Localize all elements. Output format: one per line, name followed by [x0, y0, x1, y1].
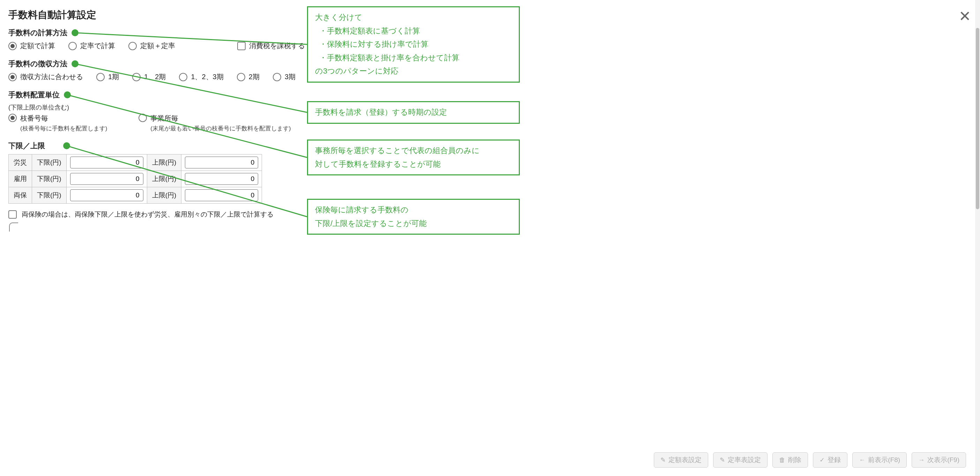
row-name: 両保 — [9, 187, 32, 204]
radio-icon — [132, 73, 141, 81]
radio-fixed-rate[interactable]: 定率で計算 — [68, 41, 115, 51]
button-label: 削除 — [788, 455, 801, 465]
button-label: 登録 — [827, 455, 841, 465]
both-split-label: 両保険の場合は、両保険下限／上限を使わず労災、雇用別々の下限／上限で計算する — [22, 210, 274, 219]
checkbox-both-split[interactable] — [8, 210, 17, 219]
radio-icon — [8, 114, 17, 122]
next-button[interactable]: → 次表示(F9) — [912, 452, 966, 468]
annotation-dot-icon — [64, 91, 71, 98]
scrollbar-track[interactable] — [975, 0, 980, 476]
annotation-callout-collect-method: 手数料を請求（登録）する時期の設定 — [307, 101, 520, 124]
trash-icon: 🗑 — [779, 457, 785, 463]
prev-button[interactable]: ← 前表示(F8) — [852, 452, 907, 468]
edit-icon: ✎ — [660, 457, 666, 463]
radio-term-12[interactable]: 1、2期 — [132, 72, 166, 82]
low-input-ryouho[interactable] — [70, 189, 143, 201]
radio-label: 3期 — [285, 72, 296, 82]
table-row: 両保 下限(円) 上限(円) — [9, 187, 262, 204]
radio-fixed-amount[interactable]: 定額で計算 — [8, 41, 55, 51]
radio-per-branch[interactable]: 枝番号毎 (枝番号毎に手数料を配置します) — [8, 114, 107, 133]
radio-label: 1、2、3期 — [191, 72, 223, 82]
table-row: 雇用 下限(円) 上限(円) — [9, 171, 262, 187]
button-label: 次表示(F9) — [928, 455, 959, 465]
radio-label: 定額で計算 — [20, 41, 55, 51]
radio-help: (枝番号毎に手数料を配置します) — [20, 124, 107, 133]
radio-icon — [273, 73, 281, 81]
arrow-left-icon: ← — [859, 457, 865, 463]
close-icon[interactable]: ✕ — [959, 9, 971, 24]
checkbox-label: 消費税を課税する — [249, 41, 305, 51]
bracket-stub-icon — [9, 222, 18, 232]
radio-label: 1期 — [108, 72, 119, 82]
placement-unit-title: 手数料配置単位 — [8, 90, 60, 100]
annotation-dot-icon — [72, 60, 78, 67]
checkbox-icon — [237, 42, 246, 50]
check-icon: ✓ — [819, 457, 825, 463]
radio-icon — [128, 42, 137, 50]
annotation-callout-calc-method: 大きく分けて ・手数料定額表に基づく計算 ・保険料に対する掛け率で計算 ・手数料… — [307, 6, 520, 83]
checkbox-tax[interactable]: 消費税を課税する — [237, 41, 305, 51]
high-input-rousai[interactable] — [185, 157, 258, 168]
annotation-callout-limits: 保険毎に請求する手数料の 下限/上限を設定することが可能 — [307, 199, 520, 235]
footer-buttons: ✎ 定額表設定 ✎ 定率表設定 🗑 削除 ✓ 登録 ← 前表示(F8) → 次表… — [654, 452, 966, 468]
high-input-koyou[interactable] — [185, 173, 258, 185]
button-label: 定額表設定 — [668, 455, 702, 465]
high-label: 上限(円) — [147, 187, 181, 204]
radio-label: 定額＋定率 — [140, 41, 175, 51]
radio-amount-plus-rate[interactable]: 定額＋定率 — [128, 41, 175, 51]
collect-method-title: 手数料の徴収方法 — [8, 59, 67, 69]
radio-icon — [8, 73, 17, 81]
radio-icon — [96, 73, 105, 81]
limits-table: 労災 下限(円) 上限(円) 雇用 下限(円) 上限(円) 両保 下限(円) 上… — [8, 154, 262, 204]
delete-button[interactable]: 🗑 削除 — [772, 452, 808, 468]
register-button[interactable]: ✓ 登録 — [813, 452, 848, 468]
row-name: 雇用 — [9, 171, 32, 187]
radio-term-3[interactable]: 3期 — [273, 72, 296, 82]
radio-term-1[interactable]: 1期 — [96, 72, 119, 82]
scrollbar-thumb[interactable] — [976, 28, 979, 209]
radio-icon — [179, 73, 187, 81]
radio-icon — [8, 42, 17, 50]
fixed-table-settings-button[interactable]: ✎ 定額表設定 — [654, 452, 708, 468]
radio-term-2[interactable]: 2期 — [237, 72, 259, 82]
annotation-dot-icon — [72, 29, 78, 36]
radio-label: 2期 — [249, 72, 259, 82]
rate-table-settings-button[interactable]: ✎ 定率表設定 — [713, 452, 768, 468]
radio-icon — [237, 73, 245, 81]
radio-label: 定率で計算 — [80, 41, 115, 51]
radio-help: (末尾が最も若い番号の枝番号に手数料を配置します) — [150, 124, 291, 133]
low-input-koyou[interactable] — [70, 173, 143, 185]
button-label: 前表示(F8) — [868, 455, 900, 465]
radio-icon — [68, 42, 77, 50]
radio-label: 1、2期 — [144, 72, 166, 82]
arrow-right-icon: → — [918, 457, 924, 463]
button-label: 定率表設定 — [728, 455, 761, 465]
radio-label: 事業所毎 — [150, 114, 291, 123]
calc-method-title: 手数料の計算方法 — [8, 28, 67, 38]
low-label: 下限(円) — [32, 187, 67, 204]
limits-title: 下限／上限 — [8, 141, 45, 151]
radio-icon — [138, 114, 147, 122]
high-label: 上限(円) — [147, 154, 181, 171]
low-label: 下限(円) — [32, 171, 67, 187]
radio-follow-method[interactable]: 徴収方法に合わせる — [8, 72, 83, 82]
edit-icon: ✎ — [720, 457, 725, 463]
high-input-ryouho[interactable] — [185, 189, 258, 201]
low-input-rousai[interactable] — [70, 157, 143, 168]
table-row: 労災 下限(円) 上限(円) — [9, 154, 262, 171]
radio-term-123[interactable]: 1、2、3期 — [179, 72, 223, 82]
annotation-dot-icon — [63, 142, 70, 149]
row-name: 労災 — [9, 154, 32, 171]
radio-label: 枝番号毎 — [20, 114, 107, 123]
low-label: 下限(円) — [32, 154, 67, 171]
high-label: 上限(円) — [147, 171, 181, 187]
radio-per-office[interactable]: 事業所毎 (末尾が最も若い番号の枝番号に手数料を配置します) — [138, 114, 291, 133]
annotation-callout-placement-unit: 事務所毎を選択することで代表の組合員のみに 対して手数料を登録することが可能 — [307, 140, 520, 175]
radio-label: 徴収方法に合わせる — [20, 72, 83, 82]
